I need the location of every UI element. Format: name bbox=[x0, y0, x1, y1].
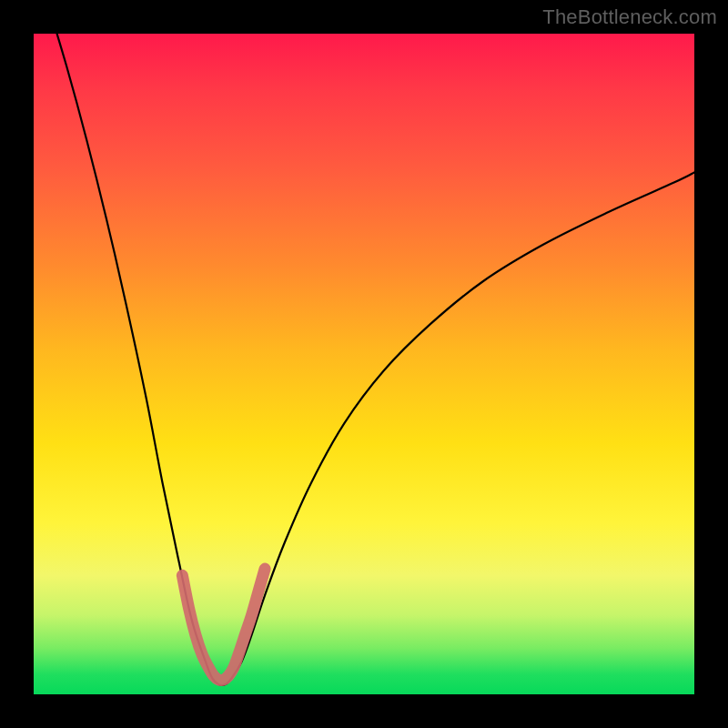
chart-frame: TheBottleneck.com bbox=[0, 0, 728, 728]
series-bottleneck-curve bbox=[47, 34, 694, 685]
chart-svg bbox=[34, 34, 694, 694]
series-sweet-spot-marker bbox=[182, 569, 265, 681]
plot-area bbox=[34, 34, 694, 694]
watermark-text: TheBottleneck.com bbox=[542, 5, 717, 29]
